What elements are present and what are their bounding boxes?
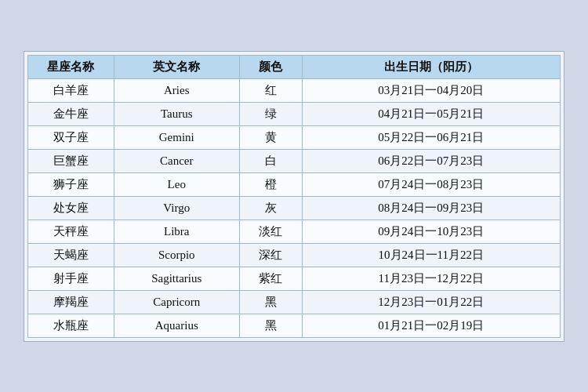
cell-chinese: 双子座 [28, 125, 114, 149]
cell-date: 06月22日一07月23日 [302, 149, 560, 172]
cell-date: 08月24日一09月23日 [302, 196, 560, 220]
cell-chinese: 狮子座 [28, 172, 114, 196]
table-row: 巨蟹座Cancer白06月22日一07月23日 [28, 149, 561, 172]
cell-date: 09月24日一10月23日 [302, 220, 560, 243]
header-english: 英文名称 [114, 55, 239, 78]
cell-chinese: 白羊座 [28, 78, 114, 102]
cell-color: 黑 [239, 290, 302, 314]
table-header-row: 星座名称 英文名称 颜色 出生日期（阳历） [28, 55, 561, 78]
cell-date: 04月21日一05月21日 [302, 102, 560, 125]
cell-color: 白 [239, 149, 302, 172]
cell-chinese: 天秤座 [28, 220, 114, 243]
cell-english: Leo [114, 172, 239, 196]
table-row: 金牛座Taurus绿04月21日一05月21日 [28, 102, 561, 125]
header-color: 颜色 [239, 55, 302, 78]
table-row: 天蝎座Scorpio深红10月24日一11月22日 [28, 243, 561, 267]
cell-color: 灰 [239, 196, 302, 220]
table-row: 摩羯座Capricorn黑12月23日一01月22日 [28, 290, 561, 314]
cell-chinese: 水瓶座 [28, 314, 114, 337]
cell-english: Libra [114, 220, 239, 243]
cell-date: 11月23日一12月22日 [302, 267, 560, 290]
cell-date: 01月21日一02月19日 [302, 314, 560, 337]
cell-english: Aquarius [114, 314, 239, 337]
cell-english: Scorpio [114, 243, 239, 267]
cell-english: Virgo [114, 196, 239, 220]
cell-date: 07月24日一08月23日 [302, 172, 560, 196]
table-row: 处女座Virgo灰08月24日一09月23日 [28, 196, 561, 220]
cell-chinese: 巨蟹座 [28, 149, 114, 172]
cell-date: 05月22日一06月21日 [302, 125, 560, 149]
table-row: 射手座Sagittarius紫红11月23日一12月22日 [28, 267, 561, 290]
header-chinese: 星座名称 [28, 55, 114, 78]
header-date: 出生日期（阳历） [302, 55, 560, 78]
zodiac-table: 星座名称 英文名称 颜色 出生日期（阳历） 白羊座Aries红03月21日一04… [27, 55, 561, 338]
cell-chinese: 金牛座 [28, 102, 114, 125]
table-row: 水瓶座Aquarius黑01月21日一02月19日 [28, 314, 561, 337]
cell-chinese: 摩羯座 [28, 290, 114, 314]
cell-english: Capricorn [114, 290, 239, 314]
cell-english: Cancer [114, 149, 239, 172]
cell-color: 红 [239, 78, 302, 102]
cell-date: 12月23日一01月22日 [302, 290, 560, 314]
cell-chinese: 天蝎座 [28, 243, 114, 267]
cell-english: Aries [114, 78, 239, 102]
cell-date: 03月21日一04月20日 [302, 78, 560, 102]
cell-color: 淡红 [239, 220, 302, 243]
table-row: 白羊座Aries红03月21日一04月20日 [28, 78, 561, 102]
cell-color: 橙 [239, 172, 302, 196]
zodiac-table-wrapper: 星座名称 英文名称 颜色 出生日期（阳历） 白羊座Aries红03月21日一04… [24, 51, 564, 342]
cell-color: 深红 [239, 243, 302, 267]
cell-date: 10月24日一11月22日 [302, 243, 560, 267]
table-row: 天秤座Libra淡红09月24日一10月23日 [28, 220, 561, 243]
cell-color: 紫红 [239, 267, 302, 290]
table-body: 白羊座Aries红03月21日一04月20日金牛座Taurus绿04月21日一0… [28, 78, 561, 337]
cell-color: 黑 [239, 314, 302, 337]
cell-color: 黄 [239, 125, 302, 149]
cell-english: Sagittarius [114, 267, 239, 290]
cell-english: Taurus [114, 102, 239, 125]
table-row: 狮子座Leo橙07月24日一08月23日 [28, 172, 561, 196]
cell-color: 绿 [239, 102, 302, 125]
table-row: 双子座Gemini黄05月22日一06月21日 [28, 125, 561, 149]
cell-chinese: 射手座 [28, 267, 114, 290]
cell-chinese: 处女座 [28, 196, 114, 220]
cell-english: Gemini [114, 125, 239, 149]
